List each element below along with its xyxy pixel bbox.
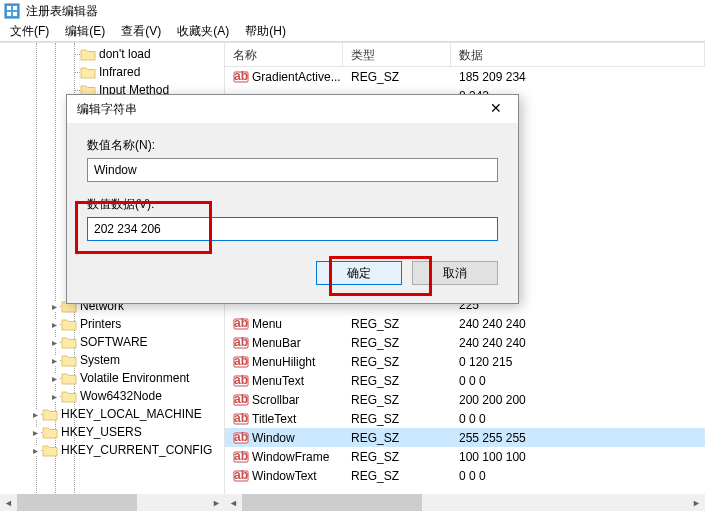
tree-item-label: HKEY_USERS — [61, 425, 142, 439]
menu-help[interactable]: 帮助(H) — [237, 21, 294, 42]
value-name-label: 数值名称(N): — [87, 137, 498, 154]
string-value-icon — [233, 316, 249, 332]
list-row[interactable]: MenuTextREG_SZ0 0 0 — [225, 371, 705, 390]
value-data-input[interactable] — [87, 217, 498, 241]
ok-button[interactable]: 确定 — [316, 261, 402, 285]
expander-icon[interactable]: ▸ — [49, 301, 59, 311]
folder-icon — [61, 317, 77, 331]
folder-icon — [61, 389, 77, 403]
value-type: REG_SZ — [343, 70, 451, 84]
string-value-icon — [233, 354, 249, 370]
list-row[interactable]: MenuREG_SZ240 240 240 — [225, 314, 705, 333]
value-data: 0 0 0 — [451, 412, 705, 426]
string-value-icon — [233, 411, 249, 427]
value-type: REG_SZ — [343, 431, 451, 445]
tree-item-label: Printers — [80, 317, 121, 331]
svg-rect-1 — [7, 6, 11, 10]
tree-item[interactable]: ▸SOFTWARE — [0, 333, 224, 351]
list-row[interactable]: MenuBarREG_SZ240 240 240 — [225, 333, 705, 352]
col-header-name[interactable]: 名称 — [225, 43, 343, 66]
tree-item-label: don't load — [99, 47, 151, 61]
tree-item[interactable]: ▸Wow6432Node — [0, 387, 224, 405]
folder-icon — [61, 353, 77, 367]
tree-item[interactable]: ▸HKEY_LOCAL_MACHINE — [0, 405, 224, 423]
window-titlebar: 注册表编辑器 — [0, 0, 705, 22]
menu-favorites[interactable]: 收藏夹(A) — [169, 21, 237, 42]
tree-item-label: Infrared — [99, 65, 140, 79]
value-name: TitleText — [252, 412, 296, 426]
string-value-icon — [233, 373, 249, 389]
expander-icon[interactable]: ▸ — [49, 337, 59, 347]
value-data: 185 209 234 — [451, 70, 705, 84]
value-type: REG_SZ — [343, 412, 451, 426]
expander-icon[interactable]: ▸ — [30, 409, 40, 419]
folder-icon — [61, 335, 77, 349]
string-value-icon — [233, 392, 249, 408]
tree-item[interactable]: ▸Volatile Environment — [0, 369, 224, 387]
list-header: 名称 类型 数据 — [225, 43, 705, 67]
menu-edit[interactable]: 编辑(E) — [57, 21, 113, 42]
value-type: REG_SZ — [343, 450, 451, 464]
string-value-icon — [233, 335, 249, 351]
tree-item-label: System — [80, 353, 120, 367]
tree-item[interactable]: ▸HKEY_CURRENT_CONFIG — [0, 441, 224, 459]
tree-item-label: SOFTWARE — [80, 335, 148, 349]
value-name: MenuBar — [252, 336, 301, 350]
folder-icon — [42, 407, 58, 421]
tree-item[interactable]: Infrared — [0, 63, 224, 81]
svg-rect-2 — [13, 6, 17, 10]
value-type: REG_SZ — [343, 374, 451, 388]
expander-icon[interactable]: ▸ — [49, 355, 59, 365]
value-name: Menu — [252, 317, 282, 331]
folder-icon — [42, 443, 58, 457]
edit-string-dialog: 编辑字符串 ✕ 数值名称(N): 数值数据(V): 确定 取消 — [66, 94, 519, 304]
value-name: GradientActive... — [252, 70, 341, 84]
value-type: REG_SZ — [343, 469, 451, 483]
svg-rect-4 — [13, 12, 17, 16]
tree-item[interactable]: ▸System — [0, 351, 224, 369]
menu-file[interactable]: 文件(F) — [2, 21, 57, 42]
list-row[interactable]: WindowFrameREG_SZ100 100 100 — [225, 447, 705, 466]
value-type: REG_SZ — [343, 317, 451, 331]
value-name-input[interactable] — [87, 158, 498, 182]
list-row[interactable]: GradientActive...REG_SZ185 209 234 — [225, 67, 705, 86]
dialog-title-text: 编辑字符串 — [77, 101, 137, 118]
value-data: 255 255 255 — [451, 431, 705, 445]
svg-rect-3 — [7, 12, 11, 16]
list-row[interactable]: MenuHilightREG_SZ0 120 215 — [225, 352, 705, 371]
tree-item-label: HKEY_CURRENT_CONFIG — [61, 443, 212, 457]
close-icon[interactable]: ✕ — [478, 97, 514, 119]
value-data-label: 数值数据(V): — [87, 196, 498, 213]
expander-icon[interactable]: ▸ — [30, 427, 40, 437]
tree-item-label: Volatile Environment — [80, 371, 189, 385]
list-row[interactable]: WindowTextREG_SZ0 0 0 — [225, 466, 705, 485]
value-type: REG_SZ — [343, 355, 451, 369]
list-row[interactable]: TitleTextREG_SZ0 0 0 — [225, 409, 705, 428]
expander-icon[interactable]: ▸ — [30, 445, 40, 455]
cancel-button[interactable]: 取消 — [412, 261, 498, 285]
string-value-icon — [233, 449, 249, 465]
folder-icon — [42, 425, 58, 439]
dialog-titlebar[interactable]: 编辑字符串 ✕ — [67, 95, 518, 123]
value-data: 240 240 240 — [451, 336, 705, 350]
folder-icon — [61, 371, 77, 385]
string-value-icon — [233, 468, 249, 484]
value-data: 240 240 240 — [451, 317, 705, 331]
tree-item[interactable]: ▸Printers — [0, 315, 224, 333]
value-name: WindowFrame — [252, 450, 329, 464]
expander-icon[interactable]: ▸ — [49, 319, 59, 329]
menu-view[interactable]: 查看(V) — [113, 21, 169, 42]
expander-icon[interactable]: ▸ — [49, 373, 59, 383]
tree-item[interactable]: don't load — [0, 45, 224, 63]
tree-item-label: Wow6432Node — [80, 389, 162, 403]
value-data: 0 0 0 — [451, 469, 705, 483]
expander-icon[interactable]: ▸ — [49, 391, 59, 401]
col-header-type[interactable]: 类型 — [343, 43, 451, 66]
list-row[interactable]: ScrollbarREG_SZ200 200 200 — [225, 390, 705, 409]
tree-item[interactable]: ▸HKEY_USERS — [0, 423, 224, 441]
string-value-icon — [233, 69, 249, 85]
list-row[interactable]: WindowREG_SZ255 255 255 — [225, 428, 705, 447]
value-type: REG_SZ — [343, 336, 451, 350]
value-data: 100 100 100 — [451, 450, 705, 464]
col-header-data[interactable]: 数据 — [451, 43, 705, 66]
